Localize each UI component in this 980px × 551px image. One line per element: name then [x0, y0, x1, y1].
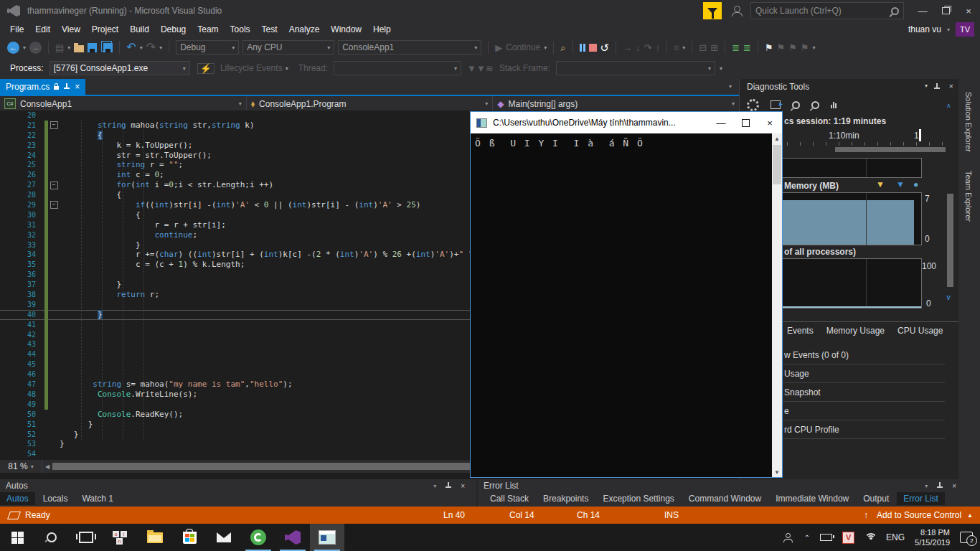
menu-window[interactable]: Window	[325, 22, 367, 37]
menu-edit[interactable]: Edit	[29, 22, 56, 37]
autos-close-icon[interactable]: ×	[461, 482, 465, 490]
open-file-icon[interactable]	[74, 45, 84, 52]
step-into-icon[interactable]: ↓	[636, 43, 641, 52]
solution-config-dropdown[interactable]: Debug▾	[176, 40, 239, 55]
collapse-icon[interactable]: −	[50, 121, 58, 129]
restore-button[interactable]	[934, 1, 957, 20]
tray-expand-icon[interactable]: ⌃	[804, 534, 810, 542]
collapse-icon[interactable]: −	[50, 182, 58, 189]
taskbar-search-button[interactable]	[34, 524, 69, 551]
menu-test[interactable]: Test	[256, 22, 283, 37]
panel-tab-output[interactable]: Output	[857, 492, 895, 505]
menu-view[interactable]: View	[56, 22, 86, 37]
attach-icon[interactable]: ⌕	[560, 43, 565, 52]
console-maximize-icon[interactable]	[733, 112, 758, 133]
taskbar-start-button[interactable]	[0, 524, 34, 551]
redo-icon[interactable]: ↷	[146, 42, 156, 53]
chart-icon[interactable]	[831, 102, 837, 108]
taskbar-file-explorer-button[interactable]	[138, 524, 172, 551]
clock[interactable]: 8:18 PM 5/15/2019	[915, 527, 950, 548]
indent-icon[interactable]: ≣	[732, 43, 740, 52]
user-name[interactable]: thuan vu	[908, 24, 941, 34]
taskbar-coccoc-button[interactable]	[241, 524, 275, 551]
wifi-icon[interactable]	[864, 533, 876, 542]
panel-tab-command-window[interactable]: Command Window	[682, 492, 768, 505]
fold-margin[interactable]: −	[48, 121, 60, 131]
flag-current-icon[interactable]: ▼	[476, 64, 486, 73]
timeline-cursor[interactable]	[919, 129, 921, 141]
stackframe-dropdown[interactable]: ▾	[556, 61, 715, 75]
autos-pin-icon[interactable]	[445, 482, 452, 489]
panel-tab-call-stack[interactable]: Call Stack	[484, 492, 535, 505]
errorlist-pin-icon[interactable]	[936, 482, 943, 489]
panel-tab-exception-settings[interactable]: Exception Settings	[596, 492, 680, 505]
flag-filter-icon[interactable]: ▼	[467, 64, 476, 73]
taskbar-visual-studio-button[interactable]	[275, 524, 310, 551]
scroll-up-icon[interactable]: ∧	[946, 102, 951, 109]
step-over-icon[interactable]: ↷	[644, 43, 652, 52]
panel-tab-watch-1[interactable]: Watch 1	[75, 492, 120, 505]
thread-dropdown[interactable]: ▾	[334, 61, 461, 75]
menu-team[interactable]: Team	[192, 22, 224, 37]
autos-dropdown-icon[interactable]: ▾	[433, 483, 436, 489]
taskbar-mail-button[interactable]	[207, 524, 241, 551]
tab-team-explorer[interactable]: Team Explorer	[964, 171, 973, 222]
save-all-icon[interactable]	[103, 43, 113, 52]
menu-project[interactable]: Project	[86, 22, 124, 37]
breadcrumb-method[interactable]: ◆ Main(string[] args)▾	[493, 96, 739, 111]
zoom-in-icon[interactable]	[792, 101, 800, 109]
show-source-icon[interactable]: ⊞	[710, 43, 718, 52]
save-icon[interactable]	[88, 43, 97, 52]
restart-icon[interactable]: ↺	[600, 42, 610, 53]
battery-icon[interactable]	[820, 534, 832, 541]
send-feedback-icon[interactable]	[732, 6, 742, 16]
minimize-button[interactable]: —	[911, 1, 934, 20]
panel-tab-breakpoints[interactable]: Breakpoints	[537, 492, 595, 505]
taskbar-store-button[interactable]	[172, 524, 207, 551]
console-scrollbar[interactable]: ▲ ▼	[772, 133, 782, 477]
menu-debug[interactable]: Debug	[155, 22, 192, 37]
collapse-icon[interactable]: −	[50, 201, 58, 209]
zoom-out-icon[interactable]	[811, 101, 819, 109]
taskbar-console-app-button[interactable]	[310, 524, 344, 551]
panel-tab-error-list[interactable]: Error List	[897, 492, 945, 505]
language-indicator[interactable]: ENG	[886, 532, 905, 542]
breadcrumb-class[interactable]: ⬧ ConsoleApp1.Program▾	[247, 96, 494, 111]
startup-project-dropdown[interactable]: ConsoleApp1▾	[338, 40, 481, 55]
document-list-icon[interactable]: ▾	[729, 83, 732, 90]
diag-tab-events[interactable]: Events	[787, 326, 814, 336]
panel-pin-icon[interactable]	[933, 83, 941, 90]
zoom-control[interactable]: 81 %▾	[0, 460, 42, 473]
clear-bookmarks-icon[interactable]: ⚑	[801, 43, 809, 52]
taskbar-task-view-button[interactable]	[69, 524, 103, 551]
menu-build[interactable]: Build	[124, 22, 155, 37]
new-file-icon[interactable]: ▤	[55, 43, 64, 52]
outdent-icon[interactable]: ≣	[743, 43, 751, 52]
unikey-tray-icon[interactable]: V	[842, 532, 854, 544]
diag-scroll-thumb[interactable]	[947, 194, 953, 287]
prev-bookmark-icon[interactable]: ⚑	[777, 43, 786, 52]
console-close-icon[interactable]: ×	[758, 112, 782, 133]
show-threads-icon[interactable]: ⊟	[699, 43, 707, 52]
avatar[interactable]: TV	[956, 22, 974, 37]
panel-tab-locals[interactable]: Locals	[37, 492, 75, 505]
people-tray-icon[interactable]	[783, 533, 794, 542]
menu-analyze[interactable]: Analyze	[283, 22, 326, 37]
panel-tab-autos[interactable]: Autos	[0, 492, 35, 505]
export-icon[interactable]	[771, 100, 781, 109]
action-center-icon[interactable]: 2	[960, 532, 973, 543]
errorlist-dropdown-icon[interactable]: ▾	[925, 483, 928, 489]
stop-debugging-icon[interactable]	[589, 44, 597, 52]
timeline-scrollbar[interactable]	[835, 147, 946, 152]
console-minimize-icon[interactable]: —	[709, 112, 733, 133]
source-control-up-icon[interactable]: ↑	[864, 510, 868, 520]
console-title-bar[interactable]: C:\Users\vuthu\OneDrive\Máy tính\thammav…	[471, 112, 782, 133]
lifecycle-icon[interactable]: ⚡	[197, 63, 215, 74]
fold-margin[interactable]: −	[48, 180, 60, 190]
pin-icon[interactable]	[63, 83, 70, 90]
diag-tab-memory-usage[interactable]: Memory Usage	[826, 326, 885, 336]
process-dropdown[interactable]: [5776] ConsoleApp1.exe▾	[50, 61, 190, 75]
hex-display-icon[interactable]: ⌗	[674, 43, 679, 52]
navigate-back-icon[interactable]: ←	[7, 42, 19, 54]
step-out-icon[interactable]: ↑	[656, 43, 661, 52]
